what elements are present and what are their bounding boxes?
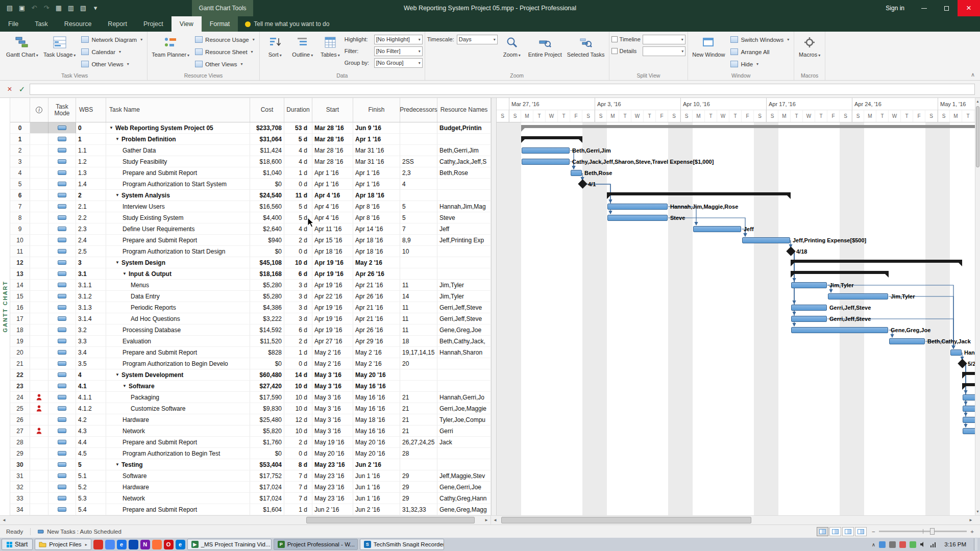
cost-cell[interactable]: $0 [250,448,284,459]
resources-cell[interactable]: Jeff,Printing Exp [437,235,491,246]
task-name-cell[interactable]: ▼Web Reporting System Project 05 [106,122,250,134]
predecessors-cell[interactable] [400,122,437,134]
task-mode-cell[interactable] [48,482,76,493]
finish-cell[interactable]: Mar 31 '16 [353,145,400,156]
task-row-6[interactable]: 62▼System Analysis$24,54011 dApr 4 '16Ap… [10,190,491,201]
resources-cell[interactable] [437,134,491,145]
wbs-cell[interactable]: 2.2 [76,212,106,223]
row-number[interactable]: 14 [10,280,30,291]
finish-cell[interactable]: May 18 '16 [353,414,400,425]
row-number[interactable]: 20 [10,347,30,358]
gantt-horizontal-scrollbar[interactable]: ◄ ► [491,516,975,524]
start-cell[interactable]: Apr 15 '16 [312,235,353,246]
duration-cell[interactable]: 7 d [284,470,312,482]
resources-cell[interactable]: Gene,Greg,Magg [437,504,491,515]
resources-cell[interactable] [437,381,491,392]
wbs-cell[interactable]: 4.2 [76,414,106,425]
predecessors-cell[interactable]: 14 [400,291,437,302]
duration-cell[interactable]: 3 d [284,302,312,313]
wbs-cell[interactable]: 3.1.2 [76,291,106,302]
ribbon-tab-task[interactable]: Task [27,16,56,32]
cost-cell[interactable]: $17,752 [250,470,284,482]
finish-cell[interactable]: Apr 18 '16 [353,190,400,201]
predecessors-cell[interactable] [400,369,437,381]
resources-cell[interactable]: Budget,Printin [437,122,491,134]
wbs-cell[interactable]: 3.1.3 [76,302,106,313]
duration-cell[interactable]: 6 d [284,324,312,336]
wbs-cell[interactable]: 5.4 [76,504,106,515]
details-dropdown[interactable]: ▾ [643,46,685,56]
wbs-cell[interactable]: 4.1 [76,381,106,392]
zoom-slider-thumb[interactable] [930,528,935,535]
wbs-cell[interactable]: 2.4 [76,235,106,246]
cost-cell[interactable]: $3,222 [250,313,284,324]
duration-cell[interactable]: 0 d [284,358,312,369]
task-row-18[interactable]: 183.2Processing Database$14,5926 dApr 19… [10,324,491,336]
task-name-cell[interactable]: ▼Testing [106,459,250,470]
header-task-mode[interactable]: Task Mode [48,98,76,122]
network-diagram-button[interactable]: Network Diagram▾ [79,34,145,45]
wbs-cell[interactable]: 1.2 [76,156,106,167]
details-checkbox[interactable] [611,48,618,54]
info-cell[interactable] [30,459,48,470]
collapse-triangle-icon[interactable]: ▼ [115,193,119,197]
duration-cell[interactable]: 4 d [284,145,312,156]
predecessors-cell[interactable]: 2SS [400,156,437,167]
task-row-34[interactable]: 345.4Prepare and Submit Report$1,6041 dJ… [10,504,491,515]
finish-cell[interactable]: May 16 '16 [353,381,400,392]
finish-cell[interactable]: May 20 '16 [353,369,400,381]
start-cell[interactable]: Apr 19 '16 [312,280,353,291]
task-mode-cell[interactable] [48,459,76,470]
wbs-cell[interactable]: 0 [76,122,106,134]
cost-cell[interactable]: $60,480 [250,369,284,381]
snagit-icon[interactable] [93,540,103,549]
ribbon-tab-format[interactable]: Format [202,16,238,32]
task-name-cell[interactable]: Ad Hoc Questions [106,313,250,324]
info-cell[interactable] [30,414,48,425]
finish-cell[interactable]: Apr 26 '16 [353,268,400,280]
predecessors-cell[interactable]: 21 [400,403,437,414]
scroll-left-arrow[interactable]: ◄ [0,516,8,524]
redo-icon[interactable]: ↷ [41,2,52,14]
finish-cell[interactable]: Apr 26 '16 [353,291,400,302]
predecessors-cell[interactable]: 7 [400,223,437,235]
row-number[interactable]: 27 [10,425,30,437]
task-mode-cell[interactable] [48,358,76,369]
scroll-up-arrow[interactable]: ▲ [975,98,980,105]
task-name-cell[interactable]: Data Entry [106,291,250,302]
task-mode-cell[interactable] [48,212,76,223]
task-name-cell[interactable]: Program Authorization to Start Design [106,246,250,257]
task-row-16[interactable]: 163.1.3Periodic Reports$4,3863 dApr 19 '… [10,302,491,313]
highlight-dropdown[interactable]: [No Highlight]▾ [374,35,423,44]
resources-cell[interactable]: Gerri,Jeff,Steve [437,313,491,324]
close-button[interactable]: × [958,0,980,16]
predecessors-cell[interactable]: 29 [400,482,437,493]
info-cell[interactable] [30,167,48,179]
task-name-cell[interactable]: Study Feasibility [106,156,250,167]
predecessors-cell[interactable]: 10 [400,246,437,257]
finish-cell[interactable]: Apr 21 '16 [353,313,400,324]
cost-cell[interactable]: $11,520 [250,336,284,347]
start-cell[interactable]: Apr 19 '16 [312,302,353,313]
gantt-bar-task[interactable] [963,428,975,434]
scroll-left-arrow[interactable]: ◄ [491,516,499,524]
start-cell[interactable]: May 23 '16 [312,482,353,493]
wbs-cell[interactable]: 1.3 [76,167,106,179]
start-cell[interactable]: May 20 '16 [312,448,353,459]
minimize-button[interactable] [913,0,935,16]
ribbon-tab-resource[interactable]: Resource [56,16,100,32]
start-cell[interactable]: Apr 22 '16 [312,291,353,302]
task-row-32[interactable]: 325.2Hardware$17,0247 dMay 23 '16Jun 1 '… [10,482,491,493]
task-usage-shortcut-icon[interactable]: ▦ [53,2,64,14]
cost-cell[interactable]: $4,386 [250,302,284,313]
cost-cell[interactable]: $5,280 [250,280,284,291]
collapse-triangle-icon[interactable]: ▼ [115,372,119,377]
task-mode-cell[interactable] [48,437,76,448]
entire-project-button[interactable]: Entire Project [526,33,564,70]
duration-cell[interactable]: 0 d [284,246,312,257]
info-cell[interactable] [30,403,48,414]
task-mode-cell[interactable] [48,336,76,347]
finish-cell[interactable]: Jun 1 '16 [353,470,400,482]
start-cell[interactable]: Jun 2 '16 [312,504,353,515]
finish-cell[interactable]: Apr 26 '16 [353,324,400,336]
